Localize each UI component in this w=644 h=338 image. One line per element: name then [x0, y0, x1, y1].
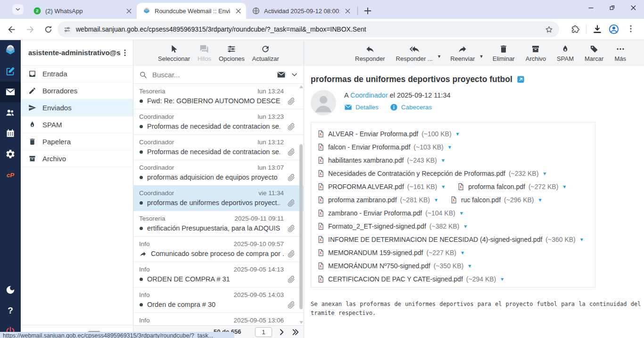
- attachment-menu-caret[interactable]: ▾: [456, 131, 459, 137]
- reply-all-button[interactable]: Responder ...: [395, 44, 434, 62]
- downloads-icon[interactable]: [592, 24, 603, 34]
- attachment-menu-caret[interactable]: ▾: [501, 276, 504, 282]
- forward-nav-button[interactable]: [25, 25, 35, 34]
- more-button[interactable]: Más: [613, 44, 627, 62]
- attachment-item[interactable]: MEMORANDUM 159-signed.pdf(~227 KB)▾: [317, 246, 464, 259]
- attachment-item[interactable]: proforma falcon.pdf(~272 KB)▾: [457, 180, 566, 193]
- search-input[interactable]: [151, 70, 272, 79]
- attachment-item[interactable]: MEMORÁNDUM Nº750-signed.pdf(~350 KB)▾: [317, 259, 471, 272]
- bookmark-star-icon[interactable]: [545, 25, 553, 34]
- attachment-item[interactable]: proforma zambrano.pdf(~281 KB)▾: [317, 193, 438, 206]
- address-bar[interactable]: webmail.sanjuan.gob.ec/cpsess4895969315/…: [58, 21, 559, 37]
- site-settings-icon[interactable]: [63, 25, 71, 33]
- next-page-icon[interactable]: [278, 328, 286, 336]
- cpanel-nav-button[interactable]: cP: [0, 165, 21, 185]
- attachment-menu-caret[interactable]: ▾: [448, 144, 451, 150]
- attachment-menu-caret[interactable]: ▾: [435, 197, 438, 203]
- reply-all-button-menu-caret[interactable]: ▾: [438, 53, 441, 59]
- list-scrollbar[interactable]: [299, 84, 303, 325]
- attachment-item[interactable]: INFORME DE DETERMINACION DE NECESIDAD (4…: [317, 233, 583, 246]
- last-page-icon[interactable]: [291, 328, 300, 336]
- folder-actions-icon[interactable]: [121, 49, 129, 57]
- message-list-row[interactable]: Coordinadorlun 13:23Proformas de necesid…: [133, 109, 304, 135]
- reload-button[interactable]: [43, 25, 53, 34]
- attachment-menu-caret[interactable]: ▾: [460, 210, 463, 216]
- search-options-chevron-icon[interactable]: [291, 71, 298, 78]
- open-in-new-window-icon[interactable]: [517, 75, 525, 83]
- attachment-item[interactable]: zambrano - Enviar Proforma.pdf(~104 KB)▾: [317, 206, 463, 220]
- folder-item-archivo[interactable]: Archivo: [21, 150, 133, 167]
- attachment-menu-caret[interactable]: ▾: [563, 183, 566, 190]
- settings-nav-button[interactable]: [0, 144, 21, 165]
- archive-button[interactable]: Archivo: [525, 44, 547, 62]
- compose-button[interactable]: [0, 61, 21, 82]
- tab-close-icon[interactable]: [234, 7, 242, 15]
- search-scope-envelope-icon[interactable]: [277, 70, 286, 79]
- restore-button[interactable]: [608, 4, 616, 12]
- forward-button[interactable]: Reenviar: [449, 44, 476, 62]
- spam-button[interactable]: SPAM: [556, 44, 575, 62]
- reply-button[interactable]: Responder: [354, 44, 386, 62]
- message-list-row[interactable]: Info2025-09-10 09:57Comunicado sobre pro…: [133, 237, 304, 262]
- new-tab-button[interactable]: [363, 6, 373, 16]
- details-link[interactable]: Detalles: [344, 103, 379, 111]
- page-number-input[interactable]: [255, 327, 272, 337]
- folder-item-papelera[interactable]: Papelera: [21, 133, 133, 150]
- darkmode-toggle[interactable]: [0, 280, 21, 300]
- browser-tab-1[interactable]: 2(2) WhatsApp: [27, 3, 137, 19]
- attachment-menu-caret[interactable]: ▾: [539, 197, 542, 203]
- message-list-row[interactable]: Info2025-09-05 13:06: [133, 313, 304, 325]
- minimize-button[interactable]: [587, 4, 595, 12]
- attachment-menu-caret[interactable]: ▾: [543, 170, 546, 177]
- attachment-item[interactable]: ruc falcon.pdf(~296 KB)▾: [450, 193, 542, 206]
- back-button[interactable]: [7, 25, 17, 34]
- tab-close-icon[interactable]: [344, 7, 352, 15]
- folder-item-borradores[interactable]: Borradores: [21, 82, 133, 99]
- scroll-down-arrow[interactable]: [299, 321, 303, 324]
- calendar-nav-button[interactable]: [0, 123, 21, 144]
- message-list-row[interactable]: Info2025-09-05 14:03Orden de compra # 30: [133, 288, 304, 313]
- contacts-nav-button[interactable]: [0, 102, 21, 123]
- message-list-row[interactable]: Coordinadorlun 13:07proformas adquisicio…: [133, 160, 304, 186]
- scroll-up-arrow[interactable]: [299, 85, 303, 88]
- message-list-row[interactable]: Coordinadorvie 11:34proformas de uniform…: [133, 186, 304, 211]
- close-window-button[interactable]: [629, 4, 637, 12]
- mail-nav-button[interactable]: [0, 82, 21, 102]
- attachment-menu-caret[interactable]: ▾: [461, 249, 464, 256]
- browser-tab-3[interactable]: Actividad 2025-09-12 08:00:00: [246, 3, 355, 19]
- attachment-menu-caret[interactable]: ▾: [442, 157, 445, 164]
- profile-avatar-icon[interactable]: [608, 24, 619, 35]
- forward-button-menu-caret[interactable]: ▾: [480, 53, 483, 59]
- recipient-link[interactable]: Coordinador: [350, 91, 388, 99]
- attachment-item[interactable]: Formato_2_ET-signed-signed.pdf(~382 KB)▾: [317, 220, 467, 233]
- attachment-menu-caret[interactable]: ▾: [442, 183, 445, 190]
- headers-link[interactable]: Cabeceras: [390, 103, 432, 111]
- tab-search-button[interactable]: [12, 4, 24, 15]
- delete-button[interactable]: Eliminar: [492, 44, 516, 62]
- attachment-menu-caret[interactable]: ▾: [464, 223, 467, 230]
- tab-close-icon[interactable]: [125, 7, 133, 15]
- browser-tab-2[interactable]: Roundcube Webmail :: Enviados: [137, 3, 246, 19]
- options-button[interactable]: Opciones: [218, 44, 246, 62]
- attachment-item[interactable]: ALVEAR - Enviar Proforma.pdf(~100 KB)▾: [317, 127, 459, 140]
- search-bar[interactable]: [133, 66, 304, 84]
- threads-button[interactable]: Hilos: [197, 44, 212, 62]
- scrollbar-thumb[interactable]: [299, 144, 303, 309]
- message-list-row[interactable]: Coordinadorlun 13:12Proformas de necesid…: [133, 135, 304, 160]
- message-list-row[interactable]: Info2025-09-05 14:13ORDEN DE COMPRA # 31: [133, 262, 304, 288]
- refresh-button[interactable]: Actualizar: [251, 44, 280, 62]
- message-list-row[interactable]: Tesoreria2025-09-11 09:11ertificación Pr…: [133, 211, 304, 237]
- attachment-menu-caret[interactable]: ▾: [468, 263, 471, 269]
- help-button[interactable]: ?: [0, 300, 21, 321]
- select-button[interactable]: Seleccionar: [157, 44, 191, 62]
- extensions-icon[interactable]: [570, 25, 580, 34]
- attachment-item[interactable]: falcon - Enviar Proforma.pdf(~103 KB)▾: [317, 140, 451, 154]
- folder-item-spam[interactable]: SPAM: [21, 116, 133, 133]
- message-list-row[interactable]: Tesorerialun 13:24Fwd: Re: GOBIERNO AUTO…: [133, 84, 304, 109]
- folder-item-entrada[interactable]: Entrada: [21, 66, 133, 82]
- mark-button[interactable]: Marcar: [584, 44, 604, 62]
- attachment-item[interactable]: Necesidades de Contratación y Recepción …: [317, 167, 546, 180]
- attachment-item[interactable]: habilitantes xambrano.pdf(~243 KB)▾: [317, 154, 445, 167]
- attachment-menu-caret[interactable]: ▾: [580, 236, 583, 243]
- folder-item-enviados[interactable]: Enviados: [21, 99, 133, 116]
